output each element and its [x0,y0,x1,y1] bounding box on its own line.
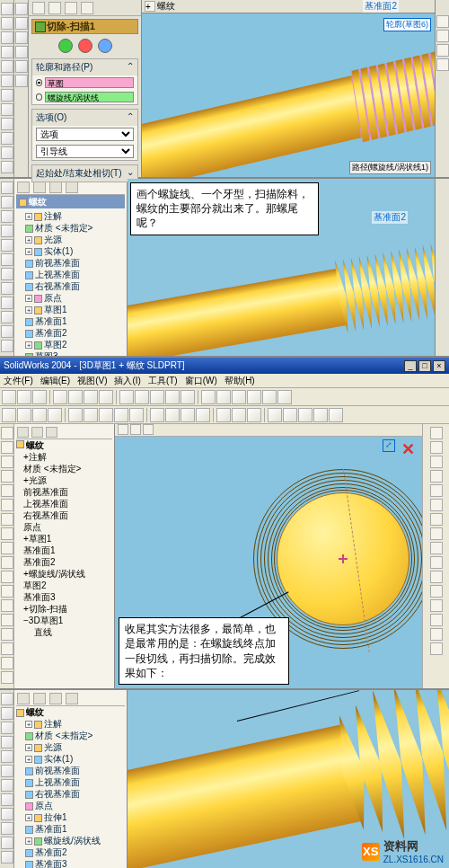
tree-item[interactable]: 上视基准面 [25,776,125,788]
tool-icon[interactable] [1,46,13,58]
tool-icon[interactable] [1,182,13,194]
tree-item[interactable]: 材质 <未指定> [25,730,125,741]
menu-item[interactable]: 工具(T) [148,375,178,387]
tree-item[interactable]: 基准面3 [23,591,112,603]
tool-icon[interactable] [430,556,443,569]
tool-icon[interactable] [165,408,180,422]
tool-icon[interactable] [430,513,443,526]
tool-icon[interactable] [262,390,277,404]
tool-icon[interactable] [2,408,16,422]
tool-icon[interactable] [1,837,13,849]
tree-item[interactable]: +注解 [25,718,125,730]
collapse-icon[interactable]: ⌃ [127,61,134,74]
tool-icon[interactable] [1,17,13,30]
tree-item[interactable]: 材质 <未指定> [25,222,125,234]
menu-item[interactable]: 编辑(E) [40,375,70,387]
tool-icon[interactable] [150,408,164,422]
tree-tab[interactable] [49,693,62,704]
tool-icon[interactable] [247,408,261,422]
tool-icon[interactable] [53,390,67,404]
close-button[interactable]: × [433,360,445,372]
tool-icon[interactable] [430,456,443,468]
tree-item[interactable]: 直线 [23,626,112,638]
tool-icon[interactable] [1,722,13,734]
tree-item[interactable]: 草图2 [23,580,112,591]
tool-icon[interactable] [1,808,13,820]
tree-item[interactable]: 草图3 [25,350,125,356]
tool-icon[interactable] [1,325,13,338]
tool-icon[interactable] [430,614,443,626]
tool-icon[interactable] [1,671,13,684]
tree-item[interactable]: 基准面3 [25,858,125,868]
cancel-button[interactable] [78,39,92,53]
tool-icon[interactable] [1,556,13,569]
tool-icon[interactable] [430,527,443,540]
tool-icon[interactable] [313,408,328,422]
tree-item[interactable]: +光源 [23,474,112,486]
minimize-button[interactable]: _ [404,360,417,372]
tree-item[interactable]: 基准面1 [25,315,125,327]
tree-item[interactable]: +螺旋线/涡状线 [23,568,112,580]
tool-icon[interactable] [1,642,13,655]
fullscreen-icon[interactable]: ⤢ [383,439,395,452]
menu-item[interactable]: 视图(V) [77,375,107,387]
tool-icon[interactable] [277,390,292,404]
graphics-view-2[interactable]: 画个螺旋线、一个牙型，扫描除料，螺纹的主要部分就出来了。那螺尾呢？ 基准面2 [128,179,435,356]
tool-icon[interactable] [232,390,246,404]
path-selection[interactable]: 螺旋线/涡状线 [45,92,134,102]
graphics-view-4[interactable]: XS 资料网 ZL.XS1616.CN [128,690,449,868]
option-select-2[interactable]: 引导线 [36,145,134,158]
tool-icon[interactable] [1,60,13,73]
tool-icon[interactable] [1,427,13,439]
tree-item[interactable]: 前视基准面 [23,486,112,498]
tool-icon[interactable] [48,408,62,422]
tool-icon[interactable] [268,408,282,422]
tool-icon[interactable] [1,851,13,864]
ok-button[interactable] [58,39,73,53]
tool-icon[interactable] [283,408,297,422]
tool-icon[interactable] [180,408,195,422]
tool-icon[interactable] [1,297,13,309]
tool-icon[interactable] [135,390,149,404]
tool-icon[interactable] [430,628,443,641]
tree-item[interactable]: 上视基准面 [23,498,112,509]
help-button[interactable] [98,39,112,53]
tool-icon[interactable] [1,132,13,145]
group-header[interactable]: 选项(O)⌃ [32,110,137,126]
tree-item[interactable]: 前视基准面 [25,765,125,776]
expand-tree-icon[interactable]: + [145,1,155,12]
tool-icon[interactable] [119,390,134,404]
tool-icon[interactable] [196,408,210,422]
tree-item[interactable]: 基准面1 [25,823,125,835]
tool-icon[interactable] [430,427,443,439]
tree-item[interactable]: +草图1 [25,304,125,315]
tool-icon[interactable] [1,103,13,116]
tool-icon[interactable] [1,765,13,777]
menu-item[interactable]: 插入(I) [114,375,140,387]
tool-icon[interactable] [1,89,13,102]
tool-icon[interactable] [1,657,13,669]
pm-tab[interactable] [48,2,61,14]
tool-icon[interactable] [15,46,28,58]
graphics-view-1[interactable]: + 螺纹 基准面2 轮廓(草图6) 路径(螺旋线/涡状线1) [142,0,435,177]
feature-tree[interactable]: 螺纹 +注解 材质 <未指定> +光源 +实体(1) 前视基准面 上视基准面 右… [14,690,128,868]
maximize-button[interactable]: □ [418,360,431,372]
feature-tree[interactable]: 螺纹 +注解 材质 <未指定> +光源 +实体(1) 前视基准面 上视基准面 右… [14,179,128,356]
tool-icon[interactable] [1,750,13,763]
tool-icon[interactable] [99,408,113,422]
profile-selection[interactable]: 草图 [45,77,134,88]
tool-icon[interactable] [1,282,13,295]
tool-icon[interactable] [1,239,13,252]
tree-tab[interactable] [17,427,29,438]
tool-icon[interactable] [216,408,231,422]
tool-icon[interactable] [1,527,13,540]
tool-icon[interactable] [143,424,154,435]
tree-tab[interactable] [49,182,62,193]
tool-icon[interactable] [247,390,261,404]
tool-icon[interactable] [1,513,13,526]
tool-icon[interactable] [1,707,13,720]
tool-icon[interactable] [1,585,13,598]
tool-icon[interactable] [1,614,13,626]
tool-icon[interactable] [1,31,13,44]
tool-icon[interactable] [1,225,13,237]
